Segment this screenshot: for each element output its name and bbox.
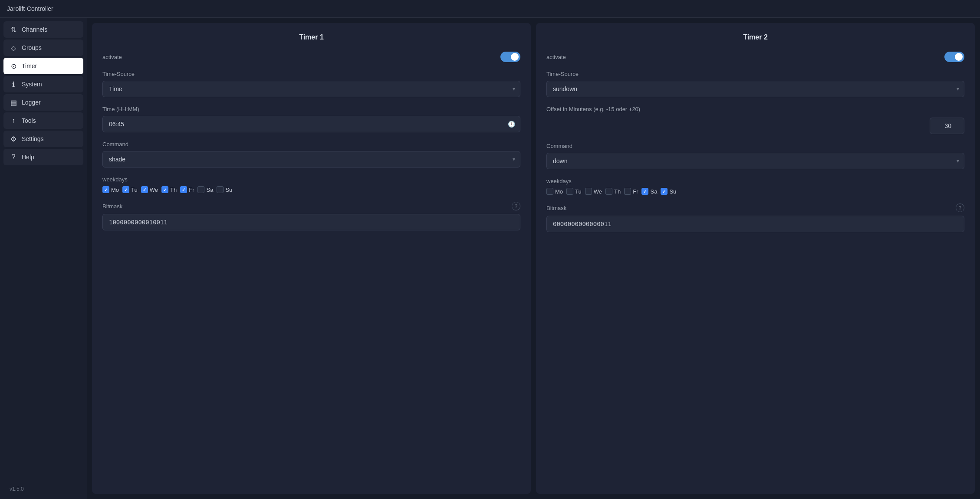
timer1-checkbox-fr[interactable] <box>180 186 187 193</box>
groups-icon: ◇ <box>10 44 17 52</box>
timer2-weekday-th[interactable]: Th <box>605 188 621 195</box>
timer2-timesource-label: Time-Source <box>546 71 964 77</box>
timer1-weekday-mo[interactable]: Mo <box>102 186 119 193</box>
sidebar-item-timer[interactable]: ⊙ Timer <box>3 58 83 74</box>
timer1-weekdays-row: Mo Tu We Th <box>102 186 520 193</box>
timer1-timesource-group: Time-Source Time sunrise sundown ▾ <box>102 71 520 97</box>
timer2-timesource-wrapper: Time sunrise sundown ▾ <box>546 81 964 97</box>
timer1-time-group: Time (HH:MM) 🕐 <box>102 106 520 132</box>
timer2-weekday-fr[interactable]: Fr <box>624 188 638 195</box>
timer1-checkbox-we[interactable] <box>141 186 148 193</box>
timer2-bitmask-header: Bitmask ? <box>546 204 964 212</box>
timer2-weekday-tu[interactable]: Tu <box>566 188 582 195</box>
sidebar-label-help: Help <box>22 154 34 161</box>
timer1-bitmask-group: Bitmask ? <box>102 202 520 230</box>
timer1-panel: Timer 1 activate Time-Source Time sunris… <box>92 23 531 494</box>
timer1-weekday-tu[interactable]: Tu <box>122 186 138 193</box>
logger-icon: ▤ <box>10 98 17 106</box>
timer1-checkbox-mo[interactable] <box>102 186 109 193</box>
timer1-weekday-th[interactable]: Th <box>161 186 177 193</box>
timer1-label-sa: Sa <box>206 187 213 193</box>
timer1-label-we: We <box>150 187 158 193</box>
timer1-timesource-wrapper: Time sunrise sundown ▾ <box>102 81 520 97</box>
timer2-label-we: We <box>594 188 602 195</box>
timer2-label-mo: Mo <box>555 188 563 195</box>
sidebar-item-groups[interactable]: ◇ Groups <box>3 39 83 56</box>
timer2-checkbox-tu[interactable] <box>566 188 573 195</box>
timer1-label-su: Su <box>225 187 232 193</box>
timer1-weekday-su[interactable]: Su <box>217 186 232 193</box>
channels-icon: ⇅ <box>10 26 17 33</box>
timer1-label-mo: Mo <box>111 187 119 193</box>
tools-icon: ↑ <box>10 117 17 125</box>
timer1-command-select[interactable]: shade up down stop <box>102 151 520 167</box>
sidebar-item-tools[interactable]: ↑ Tools <box>3 112 83 129</box>
timer2-checkbox-sa[interactable] <box>641 188 648 195</box>
sidebar-label-tools: Tools <box>22 117 36 124</box>
timer2-offset-group: Offset in Minutens (e.g. -15 oder +20) <box>546 106 964 134</box>
sidebar-label-channels: Channels <box>22 26 47 33</box>
timer2-checkbox-fr[interactable] <box>624 188 631 195</box>
sidebar-label-settings: Settings <box>22 135 44 142</box>
timer1-weekday-we[interactable]: We <box>141 186 158 193</box>
timer2-label-fr: Fr <box>633 188 638 195</box>
timer1-bitmask-header: Bitmask ? <box>102 202 520 210</box>
timer1-title: Timer 1 <box>102 33 520 41</box>
timer2-weekdays-group: weekdays Mo Tu We <box>546 178 964 195</box>
timer1-checkbox-th[interactable] <box>161 186 168 193</box>
timer2-checkbox-mo[interactable] <box>546 188 553 195</box>
timer1-command-wrapper: shade up down stop ▾ <box>102 151 520 167</box>
sidebar-item-channels[interactable]: ⇅ Channels <box>3 21 83 38</box>
sidebar: ⇅ Channels ◇ Groups ⊙ Timer ℹ System ▤ L… <box>0 18 87 499</box>
timer1-activate-label: activate <box>102 54 122 60</box>
timer2-timesource-select[interactable]: Time sunrise sundown <box>546 81 964 97</box>
timer1-bitmask-help-icon[interactable]: ? <box>512 202 520 210</box>
timer2-command-label: Command <box>546 143 964 149</box>
sidebar-label-groups: Groups <box>22 44 42 51</box>
timer1-time-wrapper: 🕐 <box>102 116 520 132</box>
timer1-timesource-select[interactable]: Time sunrise sundown <box>102 81 520 97</box>
timer2-checkbox-th[interactable] <box>605 188 612 195</box>
sidebar-item-system[interactable]: ℹ System <box>3 76 83 92</box>
sidebar-label-timer: Timer <box>22 62 37 69</box>
timer1-timesource-label: Time-Source <box>102 71 520 77</box>
timer2-offset-input[interactable] <box>930 118 964 134</box>
timer2-command-select[interactable]: shade up down stop <box>546 153 964 169</box>
timer1-time-label: Time (HH:MM) <box>102 106 520 112</box>
sidebar-item-logger[interactable]: ▤ Logger <box>3 94 83 111</box>
content-area: Timer 1 activate Time-Source Time sunris… <box>87 18 980 499</box>
timer1-label-th: Th <box>170 187 177 193</box>
timer1-activate-toggle[interactable] <box>500 52 520 62</box>
timer2-activate-group: activate <box>546 52 964 62</box>
timer1-checkbox-sa[interactable] <box>197 186 204 193</box>
app-version: v1.5.0 <box>3 483 83 496</box>
timer2-bitmask-help-icon[interactable]: ? <box>956 204 964 212</box>
timer2-label-tu: Tu <box>575 188 582 195</box>
settings-icon: ⚙ <box>10 135 17 143</box>
timer2-activate-toggle[interactable] <box>944 52 964 62</box>
sidebar-item-settings[interactable]: ⚙ Settings <box>3 131 83 147</box>
timer2-bitmask-input[interactable] <box>546 216 964 232</box>
timer2-checkbox-su[interactable] <box>661 188 668 195</box>
timer2-weekday-su[interactable]: Su <box>661 188 676 195</box>
timer2-bitmask-group: Bitmask ? <box>546 204 964 232</box>
help-icon: ? <box>10 153 17 161</box>
timer1-weekday-sa[interactable]: Sa <box>197 186 213 193</box>
timer2-weekday-we[interactable]: We <box>585 188 602 195</box>
timer2-label-th: Th <box>614 188 621 195</box>
timer2-checkbox-we[interactable] <box>585 188 592 195</box>
timer1-weekday-fr[interactable]: Fr <box>180 186 194 193</box>
timer1-activate-row: activate <box>102 52 520 62</box>
sidebar-item-help[interactable]: ? Help <box>3 149 83 165</box>
timer2-weekday-sa[interactable]: Sa <box>641 188 657 195</box>
timer2-label-sa: Sa <box>650 188 657 195</box>
timer2-weekdays-label: weekdays <box>546 178 964 184</box>
timer2-weekday-mo[interactable]: Mo <box>546 188 563 195</box>
timer1-bitmask-input[interactable] <box>102 214 520 230</box>
timer1-time-input[interactable] <box>102 116 520 132</box>
timer2-offset-label: Offset in Minutens (e.g. -15 oder +20) <box>546 106 964 112</box>
timer2-bitmask-label: Bitmask <box>546 205 566 211</box>
timer1-checkbox-su[interactable] <box>217 186 224 193</box>
timer2-label-su: Su <box>669 188 676 195</box>
timer1-checkbox-tu[interactable] <box>122 186 129 193</box>
